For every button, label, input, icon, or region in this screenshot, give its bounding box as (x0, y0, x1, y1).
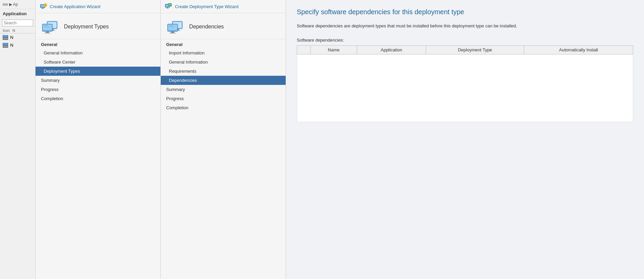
main-content-panel: Specify software dependencies for this d… (286, 0, 644, 279)
nav-item-completion-dep[interactable]: Completion (161, 103, 286, 112)
svg-rect-38 (169, 26, 176, 27)
deployment-types-icon (41, 19, 60, 35)
svg-rect-16 (46, 31, 49, 33)
svg-rect-18 (44, 25, 48, 26)
table-col-application: Application (357, 45, 426, 54)
svg-rect-26 (169, 4, 171, 5)
col-headers: Icon N (0, 28, 35, 33)
computer-icon (3, 35, 8, 40)
deployment-types-title: Deployment Types (64, 24, 109, 30)
svg-rect-36 (170, 33, 176, 33)
svg-rect-27 (169, 5, 171, 5)
nav-item-progress[interactable]: Progress (36, 85, 160, 94)
deployment-type-wizard-title: Create Deployment Type Wizard (175, 4, 239, 9)
app-section-label: Application (0, 9, 35, 18)
deployment-wizard-nav: General Import Information General Infor… (161, 39, 286, 279)
deployment-types-header: Deployment Types (36, 13, 160, 39)
svg-rect-24 (166, 8, 169, 9)
search-input[interactable] (2, 20, 33, 26)
list-item[interactable]: N (0, 41, 35, 49)
deployment-wizard-icon (165, 3, 172, 10)
svg-rect-8 (44, 5, 45, 5)
application-wizard-nav: General General Information Software Cen… (36, 39, 160, 279)
svg-rect-9 (46, 5, 47, 5)
svg-rect-37 (169, 25, 173, 26)
content-area: Specify software dependencies for this d… (286, 0, 644, 279)
list-item-label: N (10, 35, 13, 40)
nav-item-deployment-types[interactable]: Deployment Types (36, 67, 160, 76)
nav-group-general: General (36, 39, 160, 48)
icon-col-header: Icon (3, 28, 10, 32)
dependencies-title: Dependencies (189, 24, 224, 30)
dependencies-icon (166, 19, 185, 35)
deployment-wizard-header: Create Deployment Type Wizard (161, 0, 286, 13)
empty-table-body (297, 54, 633, 122)
table-body (297, 54, 633, 122)
svg-rect-7 (45, 6, 46, 7)
svg-rect-6 (45, 4, 46, 4)
nav-item-summary[interactable]: Summary (36, 76, 160, 85)
application-wizard-header: Create Application Wizard (36, 0, 160, 13)
svg-rect-23 (167, 7, 168, 8)
nav-group-general-dep: General (161, 39, 286, 48)
nav-item-completion[interactable]: Completion (36, 94, 160, 103)
nav-item-general-information[interactable]: General Information (36, 48, 160, 57)
svg-rect-19 (44, 26, 50, 27)
list-item[interactable]: N (0, 33, 35, 41)
software-dependencies-table: Name Application Deployment Type Automat… (297, 45, 633, 122)
nav-item-dependencies[interactable]: Dependencies (161, 76, 286, 85)
description-text: Software dependencies are deployment typ… (297, 23, 633, 29)
table-col-name: Name (311, 45, 357, 54)
svg-rect-35 (171, 31, 174, 33)
nav-item-import-information[interactable]: Import Information (161, 48, 286, 57)
create-deployment-type-wizard-panel: Create Deployment Type Wizard Dependenci… (161, 0, 286, 279)
table-col-checkbox (297, 45, 311, 54)
list-item-label: N (10, 43, 13, 48)
nav-item-requirements[interactable]: Requirements (161, 67, 286, 76)
svg-rect-20 (44, 27, 49, 28)
nav-item-summary-dep[interactable]: Summary (161, 85, 286, 94)
dependencies-header: Dependencies (161, 13, 286, 39)
nav-item-software-center[interactable]: Software Center (36, 57, 160, 67)
computer-icon (3, 43, 8, 48)
outer-left-panel: ew ▶ Ap Application Icon N N N (0, 0, 36, 279)
page-title: Specify software dependencies for this d… (297, 8, 633, 16)
svg-rect-2 (42, 8, 43, 8)
breadcrumb-text: ew ▶ Ap (3, 2, 18, 7)
application-wizard-title: Create Application Wizard (50, 4, 101, 9)
nav-item-general-info-dep[interactable]: General Information (161, 57, 286, 67)
outer-nav-top: ew ▶ Ap (0, 0, 35, 9)
svg-rect-17 (44, 33, 50, 33)
create-application-wizard-panel: Create Application Wizard Deployment T (36, 0, 161, 279)
table-col-deployment-type: Deployment Type (426, 45, 524, 54)
svg-rect-3 (41, 8, 44, 9)
name-col-header: N (13, 28, 15, 32)
table-col-automatically-install: Automatically Install (524, 45, 633, 54)
svg-rect-39 (169, 27, 174, 28)
nav-item-progress-dep[interactable]: Progress (161, 94, 286, 103)
software-dependencies-label: Software dependencies: (297, 38, 633, 43)
svg-point-5 (45, 4, 46, 6)
wizard-icon (40, 3, 47, 10)
